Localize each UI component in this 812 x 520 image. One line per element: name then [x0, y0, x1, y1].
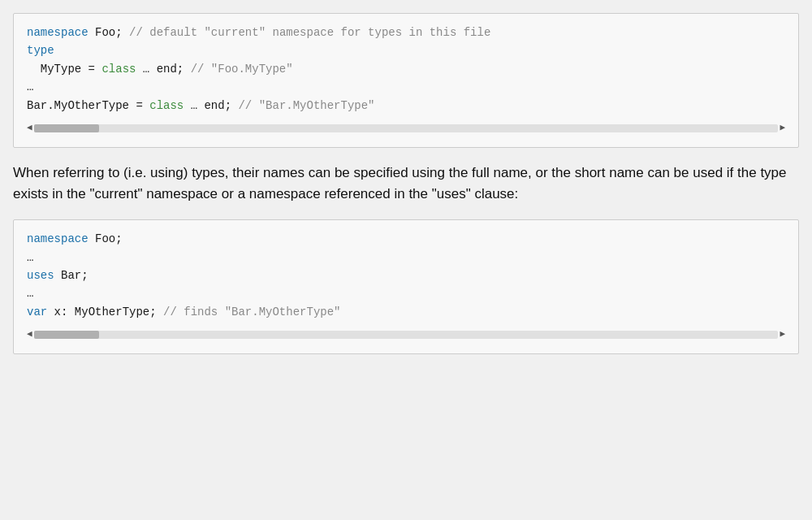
- code-token: class: [149, 99, 184, 112]
- code-token: var: [27, 306, 47, 318]
- code-token: type: [27, 44, 54, 57]
- code-token: …: [27, 251, 33, 264]
- code-block-2: namespace Foo;…uses Bar;…var x: MyOtherT…: [13, 219, 799, 354]
- code-token: Foo;: [89, 26, 129, 39]
- scrollbar-1[interactable]: ◀ ▶: [27, 119, 785, 137]
- code-lines-1: namespace Foo; // default "current" name…: [27, 24, 785, 115]
- code-line: namespace Foo; // default "current" name…: [27, 24, 785, 41]
- scrollbar-2[interactable]: ◀ ▶: [27, 326, 785, 344]
- code-line: uses Bar;: [27, 266, 785, 284]
- code-line: type: [27, 41, 785, 59]
- scroll-left-arrow-1[interactable]: ◀: [27, 121, 32, 136]
- code-token: Foo;: [89, 232, 123, 245]
- code-lines-2: namespace Foo;…uses Bar;…var x: MyOtherT…: [27, 230, 785, 321]
- code-line: …: [27, 78, 785, 96]
- code-token: uses: [27, 269, 54, 282]
- code-token: …: [27, 80, 33, 93]
- scroll-track-1[interactable]: [34, 124, 779, 132]
- code-block-1: namespace Foo; // default "current" name…: [13, 13, 799, 148]
- code-token: MyType =: [27, 63, 102, 76]
- code-token: … end;: [136, 63, 190, 76]
- code-token: … end;: [184, 99, 238, 112]
- description-text: When referring to (i.e. using) types, th…: [13, 162, 793, 206]
- code-line: …: [27, 284, 785, 302]
- code-line: …: [27, 249, 785, 266]
- code-token: Bar.MyOtherType =: [27, 99, 149, 112]
- scroll-left-arrow-2[interactable]: ◀: [27, 327, 32, 342]
- scroll-thumb-2: [34, 331, 99, 339]
- code-token: Bar;: [54, 269, 89, 282]
- code-token: namespace: [27, 232, 89, 245]
- scroll-track-2[interactable]: [34, 331, 779, 339]
- code-token: // "Bar.MyOtherType": [238, 99, 374, 112]
- code-line: var x: MyOtherType; // finds "Bar.MyOthe…: [27, 303, 785, 321]
- code-token: // default "current" namespace for types…: [129, 26, 490, 39]
- code-line: Bar.MyOtherType = class … end; // "Bar.M…: [27, 97, 785, 115]
- code-line: MyType = class … end; // "Foo.MyType": [27, 60, 785, 78]
- code-token: // finds "Bar.MyOtherType": [163, 306, 340, 318]
- scroll-thumb-1: [34, 124, 99, 132]
- code-token: …: [27, 287, 33, 300]
- code-token: // "Foo.MyType": [191, 63, 293, 76]
- scroll-right-arrow-2[interactable]: ▶: [780, 327, 785, 342]
- code-token: x: MyOtherType;: [47, 306, 163, 318]
- code-line: namespace Foo;: [27, 230, 785, 248]
- scroll-right-arrow-1[interactable]: ▶: [780, 121, 785, 136]
- code-token: class: [102, 63, 136, 76]
- code-token: namespace: [27, 26, 89, 39]
